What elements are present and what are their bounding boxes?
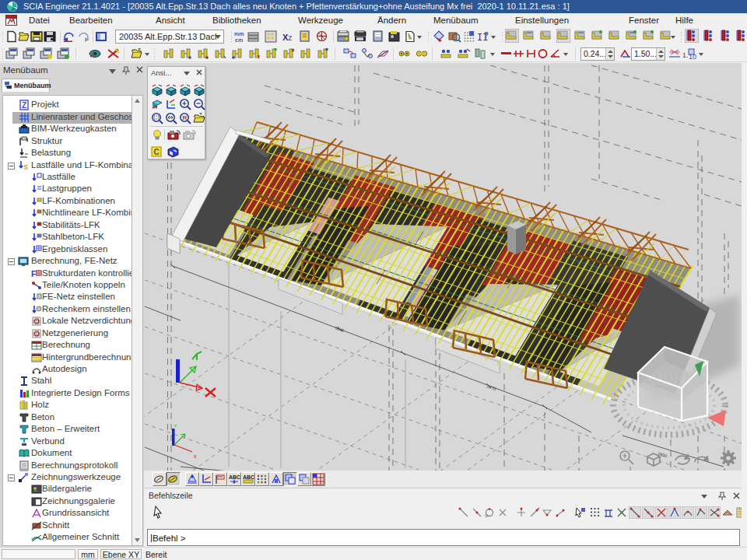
svg-text:R: R — [183, 114, 188, 121]
svg-text:x: x — [194, 453, 197, 459]
svg-text:z: z — [174, 423, 177, 428]
svg-text:?: ? — [484, 31, 489, 40]
svg-text:mm: mm — [234, 31, 244, 37]
svg-text:F: F — [31, 269, 37, 278]
svg-text:ABC: ABC — [229, 474, 240, 480]
svg-text:ABC: ABC — [243, 474, 254, 480]
svg-text:10: 10 — [689, 53, 696, 60]
svg-text:C: C — [154, 148, 160, 156]
svg-text:1.: 1. — [682, 51, 689, 59]
svg-text:G: G — [485, 513, 488, 518]
svg-text:Z: Z — [22, 101, 26, 110]
svg-text:cm: cm — [235, 37, 243, 43]
svg-text:z: z — [288, 33, 293, 42]
svg-text:S: S — [23, 163, 28, 171]
